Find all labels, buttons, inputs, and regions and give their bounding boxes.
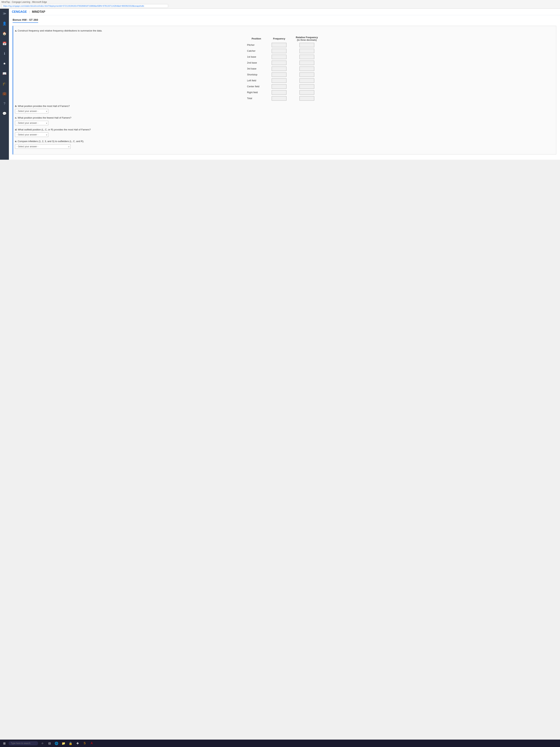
part-a-label: a. Construct frequency and relative freq… (15, 29, 553, 33)
sidebar-icon-user[interactable]: 👤 (1, 20, 8, 27)
part-d-select[interactable]: - Select your answer - (15, 132, 48, 137)
frequency-input[interactable] (272, 84, 287, 89)
frequency-input[interactable] (272, 73, 287, 77)
part-c: c. What position provides the fewest Hal… (15, 116, 553, 125)
relfreq-input[interactable] (299, 49, 314, 53)
part-d: d. What outfield position (L, C, or R) p… (15, 128, 553, 137)
relfreq-input[interactable] (299, 84, 314, 89)
browser-title: MindTap - Cengage Learning - Microsoft E… (1, 1, 559, 3)
table-row: 3rd base (245, 66, 323, 72)
content-area: CENGAGE | MINDTAP Bonus HW - ST 260 a. C… (9, 9, 560, 160)
table-row: Right field (245, 89, 323, 96)
part-c-select[interactable]: - Select your answer - (15, 121, 48, 125)
mindtap-label: MINDTAP (32, 10, 45, 14)
position-cell: 3rd base (245, 66, 268, 72)
sidebar-icon-book[interactable]: 📖 (1, 70, 8, 77)
sidebar-icon-menu[interactable]: ≫ (1, 10, 8, 17)
sidebar-icon-calendar[interactable]: 📅 (1, 40, 8, 47)
position-cell: Total (245, 96, 268, 101)
table-row: Center field (245, 83, 323, 89)
col-position-header: Position (245, 35, 268, 42)
relfreq-input[interactable] (299, 96, 314, 101)
part-d-label: d. What outfield position (L, C, or R) p… (15, 128, 553, 132)
part-a: a. Construct frequency and relative freq… (15, 29, 553, 101)
col-frequency-header: Frequency (268, 35, 291, 42)
sidebar-icon-star[interactable]: ★ (1, 60, 8, 67)
part-e-select-wrapper[interactable]: - Select your answer - (15, 144, 71, 149)
table-row: Catcher (245, 48, 323, 54)
cengage-logo: CENGAGE (12, 10, 27, 14)
position-cell: Shortstop (245, 72, 268, 78)
position-cell: 1st base (245, 54, 268, 60)
sidebar: ≫ 👤 🏠 📅 ℹ ★ 📖 🎓 💼 ? 💬 (0, 9, 9, 160)
browser-url-bar[interactable]: https://ng.cengage.com/static/nb/ui/evo/… (1, 4, 168, 8)
table-row: Total (245, 96, 323, 101)
position-cell: 2nd base (245, 60, 268, 66)
frequency-input[interactable] (272, 90, 287, 95)
relfreq-input[interactable] (299, 73, 314, 77)
sidebar-icon-info[interactable]: ℹ (1, 50, 8, 57)
frequency-table: Position Frequency Relative Frequency (t… (245, 35, 323, 101)
sidebar-icon-graduation[interactable]: 🎓 (1, 80, 8, 87)
logo-divider: | (29, 10, 30, 14)
relfreq-input[interactable] (299, 67, 314, 71)
position-cell: Right field (245, 89, 268, 96)
part-b-select[interactable]: - Select your answer - (15, 109, 48, 113)
position-cell: Left field (245, 78, 268, 83)
part-c-select-wrapper[interactable]: - Select your answer - (15, 121, 48, 125)
page-title: Bonus HW - ST 260 (12, 18, 38, 23)
col-relfreq-header: Relative Frequency (to three decimals) (291, 35, 323, 42)
position-cell: Catcher (245, 48, 268, 54)
sidebar-icon-home[interactable]: 🏠 (1, 30, 8, 37)
part-b-select-wrapper[interactable]: - Select your answer - (15, 109, 48, 113)
position-cell: Center field (245, 83, 268, 89)
frequency-input[interactable] (272, 78, 287, 83)
part-b-label: b. What position provides the most Hall … (15, 104, 553, 108)
part-e-select[interactable]: - Select your answer - (15, 144, 71, 149)
frequency-input[interactable] (272, 67, 287, 71)
part-c-label: c. What position provides the fewest Hal… (15, 116, 553, 120)
question-block: a. Construct frequency and relative freq… (12, 26, 556, 155)
part-d-select-wrapper[interactable]: - Select your answer - (15, 132, 48, 137)
table-row: Left field (245, 78, 323, 83)
part-e: e. Compare infielders (1, 2, 3, and S) t… (15, 139, 553, 149)
relfreq-input[interactable] (299, 43, 314, 47)
sidebar-icon-briefcase[interactable]: 💼 (1, 90, 8, 97)
table-row: Shortstop (245, 72, 323, 78)
table-row: 2nd base (245, 60, 323, 66)
relfreq-input[interactable] (299, 60, 314, 65)
main-content: Bonus HW - ST 260 a. Construct frequency… (9, 15, 560, 160)
part-b: b. What position provides the most Hall … (15, 104, 553, 113)
frequency-input[interactable] (272, 96, 287, 101)
frequency-input[interactable] (272, 55, 287, 59)
top-bar: CENGAGE | MINDTAP (9, 9, 560, 15)
relfreq-input[interactable] (299, 78, 314, 83)
sidebar-icon-chat[interactable]: 💬 (1, 110, 8, 117)
frequency-input[interactable] (272, 60, 287, 65)
table-row: Pitcher (245, 42, 323, 48)
sidebar-icon-help[interactable]: ? (1, 100, 8, 107)
position-cell: Pitcher (245, 42, 268, 48)
relfreq-input[interactable] (299, 90, 314, 95)
table-row: 1st base (245, 54, 323, 60)
frequency-input[interactable] (272, 49, 287, 53)
relfreq-input[interactable] (299, 55, 314, 59)
browser-chrome: MindTap - Cengage Learning - Microsoft E… (0, 0, 560, 9)
part-e-label: e. Compare infielders (1, 2, 3, and S) t… (15, 139, 553, 143)
frequency-input[interactable] (272, 43, 287, 47)
